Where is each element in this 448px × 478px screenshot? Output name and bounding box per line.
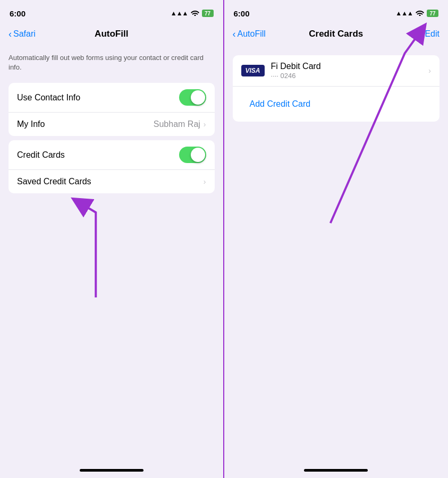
home-bar-left <box>80 469 143 472</box>
status-bar-right: 6:00 ▲▲▲ 77 <box>224 0 449 23</box>
use-contact-info-row[interactable]: Use Contact Info <box>9 83 215 113</box>
back-button-right[interactable]: ‹ AutoFill <box>233 29 266 40</box>
nav-title-right: Credit Cards <box>309 29 363 39</box>
saved-credit-cards-chevron: › <box>204 177 206 186</box>
home-indicator-left <box>0 465 223 478</box>
saved-credit-cards-label: Saved Credit Cards <box>17 177 91 186</box>
card-info: Fi Debit Card ···· 0246 <box>271 62 422 80</box>
wifi-icon-right <box>416 8 424 18</box>
back-label-right: AutoFill <box>238 29 266 39</box>
credit-toggle-knob <box>191 148 205 162</box>
toggle-knob <box>191 90 205 105</box>
wifi-icon <box>191 8 199 18</box>
use-contact-info-toggle[interactable] <box>179 89 206 106</box>
back-label-left: Safari <box>13 29 36 39</box>
credit-cards-group: Credit Cards Saved Credit Cards › <box>9 140 215 193</box>
time-right: 6:00 <box>234 9 250 18</box>
credit-cards-label: Credit Cards <box>17 150 65 160</box>
back-chevron-left: ‹ <box>9 29 12 40</box>
fi-debit-card-row[interactable]: VISA Fi Debit Card ···· 0246 › <box>233 55 440 87</box>
battery-icon: 77 <box>202 10 214 17</box>
right-screen: 6:00 ▲▲▲ 77 ‹ AutoFill <box>224 0 449 478</box>
back-chevron-right: ‹ <box>233 29 236 40</box>
autofill-description: Automatically fill out web forms using y… <box>0 51 223 79</box>
home-bar-right <box>304 469 368 472</box>
visa-badge: VISA <box>241 65 265 76</box>
nav-bar-right: ‹ AutoFill Credit Cards Edit <box>224 23 449 47</box>
my-info-chevron: › <box>204 120 206 129</box>
credit-cards-row[interactable]: Credit Cards <box>9 140 215 170</box>
status-icons-right: ▲▲▲ 77 <box>395 8 438 18</box>
add-credit-card-link[interactable]: Add Credit Card <box>241 93 319 115</box>
content-left: Automatically fill out web forms using y… <box>0 47 223 465</box>
my-info-label: My Info <box>17 120 45 129</box>
contact-group: Use Contact Info My Info Subham Raj › <box>9 83 215 136</box>
status-bar-left: 6:00 ▲▲▲ 77 <box>0 0 223 23</box>
card-name: Fi Debit Card <box>271 62 422 71</box>
status-icons-left: ▲▲▲ 77 <box>171 8 214 18</box>
nav-bar-left: ‹ Safari AutoFill <box>0 23 223 47</box>
signal-icon: ▲▲▲ <box>171 10 188 17</box>
use-contact-info-label: Use Contact Info <box>17 93 80 103</box>
my-info-row[interactable]: My Info Subham Raj › <box>9 113 215 136</box>
back-button-left[interactable]: ‹ Safari <box>9 29 36 40</box>
add-credit-card-row[interactable]: Add Credit Card <box>233 87 440 122</box>
nav-title-left: AutoFill <box>95 29 128 39</box>
battery-icon-right: 77 <box>427 10 438 17</box>
edit-button[interactable]: Edit <box>425 29 439 39</box>
credit-cards-toggle[interactable] <box>179 147 206 163</box>
credit-cards-list-group: VISA Fi Debit Card ···· 0246 › Add Credi… <box>233 55 440 122</box>
card-row-chevron: › <box>428 66 431 75</box>
saved-credit-chevron-wrap: › <box>204 177 206 186</box>
content-right: VISA Fi Debit Card ···· 0246 › Add Credi… <box>224 47 449 465</box>
signal-icon-right: ▲▲▲ <box>395 10 413 17</box>
time-left: 6:00 <box>10 9 26 18</box>
my-info-value: Subham Raj › <box>154 120 206 129</box>
left-screen: 6:00 ▲▲▲ 77 ‹ Safari <box>0 0 224 478</box>
card-number: ···· 0246 <box>271 72 422 80</box>
saved-credit-cards-row[interactable]: Saved Credit Cards › <box>9 170 215 193</box>
home-indicator-right <box>224 465 449 478</box>
